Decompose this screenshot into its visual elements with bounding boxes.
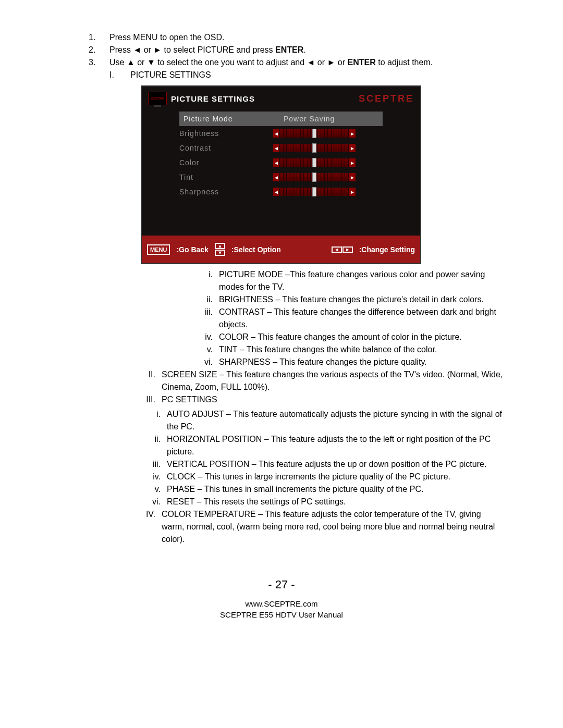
go-back-label: :Go Back [176, 245, 208, 254]
select-option-label: :Select Option [231, 245, 281, 254]
roman-text: COLOR TEMPERATURE – This feature adjusts… [162, 508, 506, 546]
item-number: v. [109, 343, 219, 356]
label-brightness: Brightness [179, 129, 273, 138]
page-footer: - 27 - www.SCEPTRE.com SCEPTRE E55 HDTV … [57, 577, 506, 620]
item-text: BRIGHTNESS – This feature changes the pi… [219, 293, 506, 306]
tv-icon: SCEPTRE [148, 92, 167, 105]
brand-logo: SCEPTRE [359, 93, 414, 104]
step-text: Use ▲ or ▼ to select the one you want to… [109, 56, 506, 69]
slider-contrast[interactable]: ◄ ► [273, 144, 356, 152]
left-arrow-icon: ◄ [307, 58, 315, 67]
item-number: vi. [57, 496, 167, 508]
footer-url: www.SCEPTRE.com [57, 598, 506, 609]
osd-title: PICTURE SETTINGS [171, 94, 255, 103]
slider-sharpness[interactable]: ◄ ► [273, 188, 356, 196]
item-number: i. [57, 408, 167, 433]
item-text: AUTO ADJUST – This feature automatically… [167, 408, 506, 433]
item-text: VERTICAL POSITION – This feature adjusts… [167, 458, 506, 471]
enter-label: ENTER [275, 45, 303, 54]
step-number: 1. [89, 31, 109, 44]
footer-manual: SCEPTRE E55 HDTV User Manual [57, 609, 506, 620]
enter-label: ENTER [348, 58, 376, 67]
slider-track[interactable] [280, 173, 349, 181]
roman-text: SCREEN SIZE – This feature changes the v… [162, 368, 506, 393]
slider-left-icon[interactable]: ◄ [273, 188, 279, 196]
item-text: RESET – This resets the settings of PC s… [167, 496, 506, 508]
label-picture-mode: Picture Mode [179, 115, 273, 123]
item-text: PICTURE MODE –This feature changes vario… [219, 268, 506, 293]
item-number: v. [57, 483, 167, 496]
item-number: ii. [109, 293, 219, 306]
slider-right-icon[interactable]: ► [349, 188, 356, 196]
roman-number: II. [109, 368, 162, 393]
slider-right-icon[interactable]: ► [349, 173, 356, 181]
roman-number: IV. [109, 508, 162, 546]
osd-panel: SCEPTRE PICTURE SETTINGS SCEPTRE Picture… [141, 85, 421, 264]
slider-track[interactable] [280, 158, 349, 167]
subsection-list: IV.COLOR TEMPERATURE – This feature adju… [109, 508, 506, 546]
item-text: TINT – This feature changes the white ba… [219, 343, 506, 356]
item-number: iii. [57, 458, 167, 471]
row-picture-mode[interactable]: Picture Mode Power Saving [179, 112, 383, 126]
slider-right-icon[interactable]: ► [349, 144, 356, 152]
picture-settings-descriptions: i.PICTURE MODE –This feature changes var… [109, 268, 506, 368]
slider-left-icon[interactable]: ◄ [273, 144, 279, 152]
slider-brightness[interactable]: ◄ ► [273, 129, 356, 138]
step-number: 2. [89, 44, 109, 56]
label-contrast: Contrast [179, 144, 273, 152]
slider-thumb[interactable] [312, 129, 316, 138]
row-brightness[interactable]: Brightness ◄ ► [179, 126, 383, 141]
slider-color[interactable]: ◄ ► [273, 158, 356, 167]
up-arrow-icon: ▲ [127, 58, 135, 67]
osd-footer-bar: MENU :Go Back ▲ ▼ :Select Option ◄ ► :Ch… [142, 236, 420, 263]
slider-thumb[interactable] [312, 143, 316, 153]
label-tint: Tint [179, 173, 273, 181]
slider-thumb[interactable] [312, 158, 316, 167]
down-arrow-icon: ▼ [147, 58, 155, 67]
item-text: SHARPNESS – This feature changes the pic… [219, 356, 506, 368]
label-sharpness: Sharpness [179, 188, 273, 196]
item-number: iv. [109, 331, 219, 343]
menu-button-icon: MENU [147, 244, 170, 255]
row-contrast[interactable]: Contrast ◄ ► [179, 141, 383, 155]
slider-thumb[interactable] [312, 187, 316, 196]
slider-left-icon[interactable]: ◄ [273, 129, 279, 138]
slider-track[interactable] [280, 129, 349, 138]
roman-text: PC SETTINGS [162, 393, 506, 406]
slider-track[interactable] [280, 188, 349, 196]
row-color[interactable]: Color ◄ ► [179, 155, 383, 170]
item-text: CLOCK – This tunes in large increments t… [167, 471, 506, 483]
roman-number: I. [109, 69, 130, 81]
roman-label: PICTURE SETTINGS [130, 69, 211, 81]
slider-tint[interactable]: ◄ ► [273, 173, 356, 181]
item-number: vi. [109, 356, 219, 368]
change-setting-label: :Change Setting [359, 245, 415, 254]
item-text: PHASE – This tunes in small increments t… [167, 483, 506, 496]
item-number: iii. [109, 306, 219, 331]
slider-track[interactable] [280, 144, 349, 152]
slider-right-icon[interactable]: ► [349, 158, 356, 167]
pc-settings-descriptions: i.AUTO ADJUST – This feature automatical… [57, 408, 506, 508]
up-down-icon: ▲ ▼ [215, 243, 225, 256]
right-arrow-icon: ► [153, 45, 162, 54]
slider-thumb[interactable] [312, 172, 316, 182]
slider-right-icon[interactable]: ► [349, 129, 356, 138]
item-text: COLOR – This feature changes the amount … [219, 331, 506, 343]
left-arrow-icon: ◄ [133, 45, 141, 54]
item-text: CONTRAST – This feature changes the diff… [219, 306, 506, 331]
value-picture-mode: Power Saving [273, 115, 335, 123]
row-sharpness[interactable]: Sharpness ◄ ► [179, 184, 383, 199]
slider-left-icon[interactable]: ◄ [273, 173, 279, 181]
item-text: HORIZONTAL POSITION – This feature adjus… [167, 433, 506, 458]
step-text: Press ◄ or ► to select PICTURE and press… [109, 44, 506, 56]
right-arrow-icon: ► [327, 58, 336, 67]
item-number: i. [109, 268, 219, 293]
step-text: Press MENU to open the OSD. [109, 31, 506, 44]
subsection-list: II.SCREEN SIZE – This feature changes th… [109, 368, 506, 406]
left-right-icon: ◄ ► [332, 246, 353, 253]
slider-left-icon[interactable]: ◄ [273, 158, 279, 167]
page-number: - 27 - [57, 577, 506, 593]
roman-number: III. [109, 393, 162, 406]
item-number: ii. [57, 433, 167, 458]
row-tint[interactable]: Tint ◄ ► [179, 170, 383, 184]
